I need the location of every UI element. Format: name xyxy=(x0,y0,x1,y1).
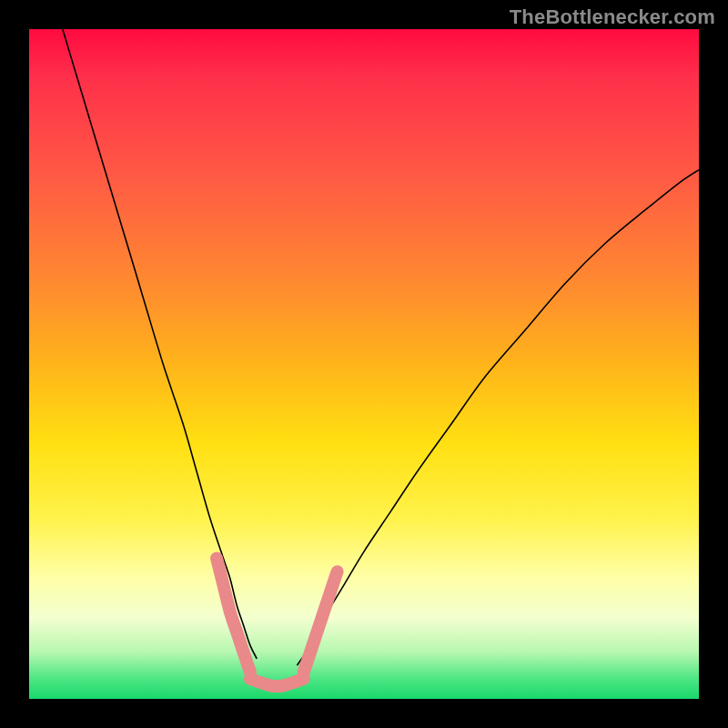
series-left-descent xyxy=(63,29,257,659)
series-bottom-flat xyxy=(250,679,304,686)
series-right-highlight xyxy=(304,571,338,672)
plot-area xyxy=(29,29,699,699)
series-left-highlight xyxy=(217,558,250,672)
watermark-text: TheBottlenecker.com xyxy=(510,5,715,29)
chart-stage: TheBottlenecker.com xyxy=(0,0,728,728)
series-right-ascent xyxy=(297,170,699,666)
curves-svg xyxy=(29,29,699,699)
